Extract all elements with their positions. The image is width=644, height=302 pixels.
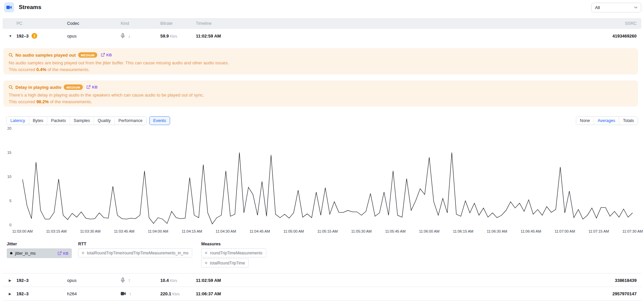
kind-cell: ↑ [121, 291, 131, 296]
jitter-series-line [22, 153, 633, 224]
table-row[interactable]: ▶ 192–3 opus ↑ 10.4Kb/s 11:02:59 AM 3386… [3, 273, 641, 287]
bitrate-unit: Kb/s [172, 292, 180, 296]
aggregation-tab-group: None Averages Totals [576, 116, 638, 125]
issue-title: Delay in playing audio [15, 85, 61, 90]
y-axis-tick-label: 5 [0, 198, 11, 203]
x-axis-tick-label: 11:03:15 AM [46, 229, 67, 233]
tab-events[interactable]: Events [149, 116, 170, 125]
tab-packets[interactable]: Packets [47, 117, 69, 125]
x-axis-tick-label: 11:06:00 AM [419, 229, 439, 233]
tab-samples[interactable]: Samples [70, 117, 94, 125]
kb-link[interactable]: KB [58, 251, 68, 255]
tab-none[interactable]: None [576, 117, 594, 125]
legend-group-jitter-label: Jitter [7, 242, 17, 246]
column-header-ssrc: SSRC [625, 18, 637, 29]
table-row[interactable]: ▼ 192–3 2 opus ↓ 59.9Kb/s 11:02:59 AM 41… [3, 29, 641, 43]
x-axis-tick-label: 11:03:30 AM [80, 229, 101, 233]
timeline-bar [229, 35, 584, 37]
y-axis-tick-label: 0 [0, 223, 11, 227]
pc-cell: 192–3 2 [16, 33, 37, 39]
share-icon [58, 251, 62, 255]
x-axis-tick-label: 11:05:00 AM [283, 229, 304, 233]
x-axis-tick-label: 11:05:15 AM [317, 229, 338, 233]
chart-tabs-row: Latency Bytes Packets Samples Quality Pe… [6, 116, 638, 125]
legend-chip-totalroundtriptime[interactable]: totalRoundTripTime [201, 258, 249, 267]
pc-label: 192–3 [16, 34, 29, 39]
legend-chip-rtt[interactable]: totalRoundTripTime/roundTripTimeMeasurem… [78, 248, 192, 257]
bitrate-value: 10.4 [160, 278, 169, 283]
occurred-value: 0.4% [36, 67, 46, 72]
x-axis-tick-label: 11:05:30 AM [351, 229, 372, 233]
collapse-row-button[interactable]: ▼ [9, 34, 12, 38]
tab-latency[interactable]: Latency [7, 117, 29, 125]
x-axis-tick-label: 11:07:00 AM [554, 229, 575, 233]
magnifier-icon [9, 53, 13, 57]
pc-label: 192–3 [16, 278, 29, 283]
series-dot-icon [82, 252, 84, 254]
chevron-down-icon [634, 6, 638, 8]
bitrate-cell: 59.9Kb/s [160, 34, 177, 39]
timeline-bar [229, 293, 584, 295]
start-time: 11:06:37 AM [196, 291, 221, 296]
issue-occurrence: This occurred 0.4% of the measurements. [9, 67, 633, 72]
series-dot-icon [205, 262, 207, 264]
header-left: Streams [4, 2, 41, 12]
x-axis-tick-label: 11:03:00 AM [12, 229, 33, 233]
severity-badge: MEDIUM [64, 84, 83, 90]
x-axis-tick-label: 11:07:30 AM [623, 229, 643, 233]
video-camera-icon [6, 5, 12, 9]
x-axis-tick-label: 11:04:30 AM [216, 229, 236, 233]
chart-x-axis: 11:03:00 AM11:03:15 AM11:03:30 AM11:03:4… [22, 229, 633, 234]
issue-count-badge: 2 [32, 33, 37, 39]
ssrc-value: 338618439 [615, 278, 637, 283]
column-header-kind: Kind [121, 18, 129, 29]
legend-chip-label: roundTripTimeMeasurements [210, 251, 263, 255]
metric-tab-group: Latency Bytes Packets Samples Quality Pe… [6, 116, 147, 125]
ssrc-value: 2957970147 [612, 291, 637, 296]
y-axis-tick-label: 20 [0, 126, 11, 131]
series-dot-icon [205, 252, 207, 254]
kb-link[interactable]: KB [87, 85, 98, 89]
stream-filter-select[interactable]: All [591, 3, 641, 12]
tab-totals[interactable]: Totals [619, 117, 638, 125]
filter-select-value: All [595, 5, 600, 10]
table-row[interactable]: ▶ 192–3 h264 ↑ 220.1Kb/s 11:06:37 AM 295… [3, 287, 641, 301]
issue-title: No audio samples played out [15, 53, 76, 58]
expand-row-button[interactable]: ▶ [9, 278, 11, 282]
issue-description: No audio samples are being played out fr… [9, 60, 633, 65]
kb-link-label: KB [92, 85, 98, 89]
microphone-icon [121, 33, 125, 39]
occurred-prefix: This occurred [9, 99, 35, 104]
series-dot-icon [10, 252, 12, 254]
share-icon [87, 85, 91, 89]
start-time: 11:02:59 AM [196, 278, 221, 283]
legend-chip-label: totalRoundTripTime [210, 261, 245, 265]
direction-down-icon: ↓ [128, 34, 130, 39]
app-header: Streams All [0, 0, 644, 15]
bitrate-cell: 10.4Kb/s [160, 278, 177, 283]
kb-link-label: KB [63, 251, 68, 255]
legend-chip-jitter[interactable]: jitter_in_ms KB [7, 248, 72, 258]
bitrate-unit: Kb/s [170, 278, 177, 282]
legend-chip-roundtriptimemeasurements[interactable]: roundTripTimeMeasurements [201, 248, 266, 257]
legend-group-measures-label: Measures [201, 242, 221, 246]
kind-cell: ↓ [121, 33, 130, 39]
tab-averages[interactable]: Averages [594, 117, 619, 125]
tab-performance[interactable]: Performance [114, 117, 146, 125]
expand-row-button[interactable]: ▶ [9, 292, 11, 296]
tab-bytes[interactable]: Bytes [29, 117, 47, 125]
kb-link[interactable]: KB [101, 53, 112, 57]
legend-chip-label: jitter_in_ms [15, 251, 36, 256]
x-axis-tick-label: 11:05:45 AM [385, 229, 406, 233]
direction-up-icon: ↑ [128, 278, 130, 283]
occurred-suffix: of the measurements. [48, 67, 90, 72]
pc-label: 192–3 [16, 291, 29, 296]
bitrate-cell: 220.1Kb/s [160, 291, 180, 296]
x-axis-tick-label: 11:04:15 AM [182, 229, 202, 233]
issue-card: Delay in playing audio MEDIUM KB There's… [3, 80, 638, 107]
column-header-pc: PC [16, 18, 22, 29]
x-axis-tick-label: 11:06:15 AM [453, 229, 473, 233]
microphone-icon [121, 278, 125, 283]
tab-quality[interactable]: Quality [94, 117, 114, 125]
occurred-suffix: of the measurements. [50, 99, 92, 104]
